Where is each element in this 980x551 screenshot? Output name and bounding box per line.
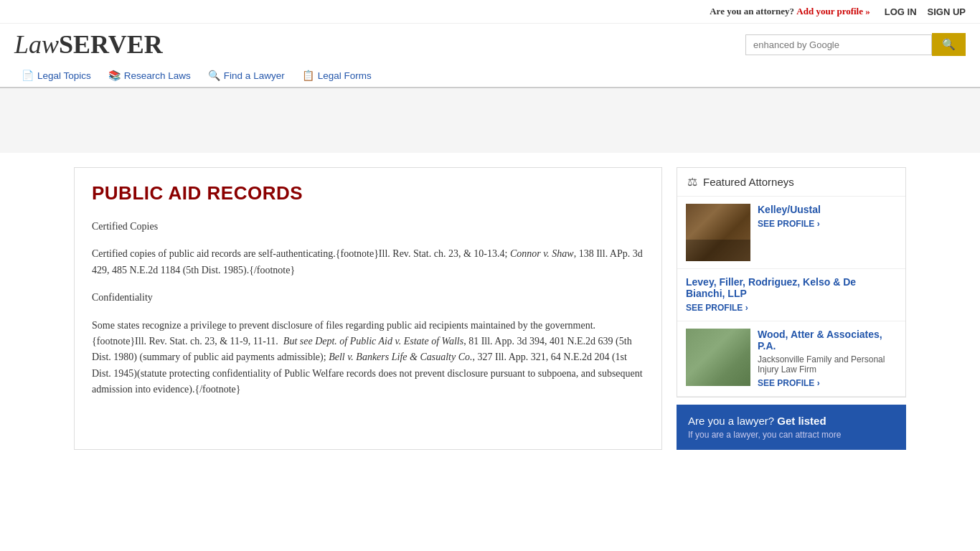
case3: Bell v. Bankers Life & Casualty Co. [329, 352, 472, 362]
confidentiality-heading: Confidentiality [92, 292, 153, 303]
get-listed-line1: Are you a lawyer? Get listed [688, 415, 895, 427]
auth-links: LOG IN SIGN UP [885, 6, 966, 17]
nav-legal-topics[interactable]: 📄 Legal Topics [14, 67, 98, 84]
content-area: PUBLIC AID RECORDS Certified Copies Cert… [74, 167, 662, 450]
legal-forms-icon: 📋 [302, 70, 314, 81]
section1-header: Certified Copies [92, 219, 644, 235]
logo-server: SERVER [59, 30, 163, 59]
legal-topics-icon: 📄 [22, 70, 34, 81]
gavel-icon: ⚖ [687, 175, 697, 189]
attorney-name-wood[interactable]: Wood, Atter & Associates, P.A. [758, 329, 897, 352]
find-lawyer-icon: 🔍 [208, 70, 220, 81]
main-nav: 📄 Legal Topics 📚 Research Laws 🔍 Find a … [14, 64, 966, 87]
nav-research-laws-label: Research Laws [124, 70, 191, 81]
section2-header: Confidentiality [92, 290, 644, 306]
header-top: LawSERVER 🔍 [14, 29, 966, 60]
attorney-name-kelley[interactable]: Kelley/Uustal [758, 204, 897, 215]
case1: Connor v. Shaw [510, 248, 574, 259]
certified-copies-heading: Certified Copies [92, 221, 158, 232]
site-logo[interactable]: LawSERVER [14, 29, 163, 60]
ad-banner [0, 88, 980, 153]
attorney-card-levey: Levey, Filler, Rodriguez, Kelso & De Bia… [677, 269, 905, 321]
search-bar: 🔍 [745, 33, 966, 56]
attorney-name-levey[interactable]: Levey, Filler, Rodriguez, Kelso & De Bia… [686, 276, 897, 299]
header: LawSERVER 🔍 📄 Legal Topics 📚 Research La… [0, 24, 980, 88]
get-listed-text: Are you a lawyer? [688, 415, 774, 427]
attorney-card-kelley: Kelley/Uustal SEE PROFILE › [677, 197, 905, 269]
attorney-image-books [686, 204, 750, 261]
featured-attorneys-header: ⚖ Featured Attorneys [677, 168, 905, 197]
content-body: Certified Copies Certified copies of pub… [92, 219, 644, 398]
see-profile-levey[interactable]: SEE PROFILE › [686, 303, 748, 313]
top-bar: Are you an attorney? Add your profile » … [0, 0, 980, 24]
nav-legal-topics-label: Legal Topics [37, 70, 91, 81]
attorney-info-wood: Wood, Atter & Associates, P.A. Jacksonvi… [758, 329, 897, 389]
para2: Some states recognize a privilege to pre… [92, 318, 644, 398]
nav-research-laws[interactable]: 📚 Research Laws [101, 67, 198, 84]
main-container: PUBLIC AID RECORDS Certified Copies Cert… [60, 153, 920, 464]
attorney-prompt: Are you an attorney? [710, 6, 794, 17]
get-listed-banner[interactable]: Are you a lawyer? Get listed If you are … [677, 405, 906, 450]
page-title: PUBLIC AID RECORDS [92, 182, 644, 204]
nav-legal-forms-label: Legal Forms [318, 70, 372, 81]
search-input[interactable] [745, 34, 932, 55]
attorney-description-wood: Jacksonville Family and Personal Injury … [758, 354, 897, 375]
nav-legal-forms[interactable]: 📋 Legal Forms [295, 67, 379, 84]
see-profile-wood[interactable]: SEE PROFILE › [758, 378, 820, 388]
attorney-info-kelley: Kelley/Uustal SEE PROFILE › [758, 204, 897, 230]
search-button[interactable]: 🔍 [932, 33, 966, 56]
attorney-image-office [686, 329, 750, 386]
nav-find-lawyer[interactable]: 🔍 Find a Lawyer [201, 67, 292, 84]
featured-attorneys-title: Featured Attorneys [703, 176, 794, 188]
add-profile-link[interactable]: Add your profile » [796, 6, 870, 17]
case2-italic: But see Dept. of Public Aid v. Estate of… [283, 336, 463, 347]
attorney-promo: Are you an attorney? Add your profile » [710, 6, 870, 17]
sidebar: ⚖ Featured Attorneys Kelley/Uustal SEE P… [677, 167, 906, 450]
featured-attorneys-panel: ⚖ Featured Attorneys Kelley/Uustal SEE P… [677, 167, 906, 397]
signup-link[interactable]: SIGN UP [928, 6, 966, 17]
get-listed-line2: If you are a lawyer, you can attract mor… [688, 430, 895, 440]
research-laws-icon: 📚 [108, 70, 121, 81]
get-listed-strong: Get listed [777, 415, 826, 427]
para1-text: Certified copies of public aid records a… [92, 248, 510, 259]
attorney-card-wood: Wood, Atter & Associates, P.A. Jacksonvi… [677, 321, 905, 397]
login-link[interactable]: LOG IN [885, 6, 917, 17]
see-profile-kelley[interactable]: SEE PROFILE › [758, 219, 820, 229]
logo-law: Law [14, 30, 59, 59]
nav-find-lawyer-label: Find a Lawyer [224, 70, 285, 81]
para1: Certified copies of public aid records a… [92, 246, 644, 278]
